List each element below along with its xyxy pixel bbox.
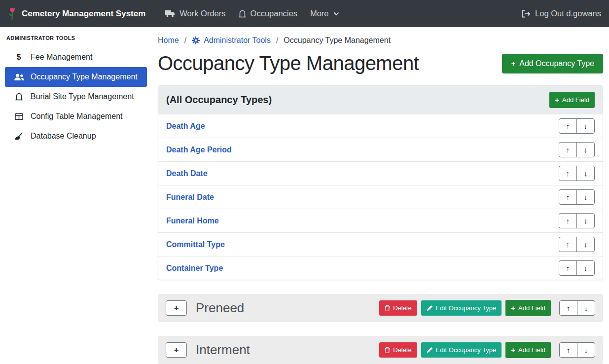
section-preneed: + Preneed Delete Edit Occupancy Type	[158, 294, 603, 322]
nav-work-orders-label: Work Orders	[179, 9, 225, 18]
section-actions: Delete Edit Occupancy Type + Add Field ↑…	[379, 300, 595, 316]
field-link[interactable]: Death Age	[166, 122, 205, 131]
pencil-icon	[427, 347, 433, 353]
add-field-label: Add Field	[562, 97, 589, 103]
page-title: Occupancy Type Management	[158, 52, 419, 74]
move-up-button[interactable]: ↑	[559, 189, 577, 205]
move-down-button[interactable]: ↓	[577, 342, 595, 358]
move-up-button[interactable]: ↑	[559, 166, 577, 181]
field-row: Funeral Date ↑ ↓	[158, 185, 603, 209]
edit-occupancy-type-button[interactable]: Edit Occupancy Type	[421, 300, 502, 316]
plus-icon: +	[511, 346, 515, 354]
breadcrumb-admin-tools[interactable]: Administrator Tools	[192, 36, 271, 45]
card-header: (All Occupancy Types) + Add Field	[158, 86, 603, 114]
move-down-button[interactable]: ↓	[576, 213, 595, 228]
nav-more-label: More	[310, 9, 329, 18]
reorder-group: ↑ ↓	[559, 189, 595, 205]
field-link[interactable]: Container Type	[166, 264, 223, 273]
truck-icon	[165, 10, 175, 17]
logout-icon	[521, 10, 531, 18]
tombstone-icon	[239, 10, 246, 18]
table-icon	[13, 113, 24, 120]
navbar-right: Log Out d.gowans	[521, 9, 601, 18]
breadcrumb-home[interactable]: Home	[158, 36, 179, 45]
reorder-group: ↑ ↓	[559, 342, 595, 358]
trash-icon	[385, 305, 390, 311]
add-field-button[interactable]: + Add Field	[549, 92, 595, 108]
nav-occupancies-label: Occupancies	[251, 9, 297, 18]
breadcrumb-current: Occupancy Type Management	[284, 36, 391, 45]
move-down-button[interactable]: ↓	[576, 189, 595, 205]
logout-button[interactable]: Log Out d.gowans	[521, 9, 601, 18]
brand[interactable]: Cemetery Management System	[8, 7, 145, 20]
breadcrumb-separator: /	[184, 36, 186, 45]
expand-button[interactable]: +	[166, 342, 187, 358]
move-up-button[interactable]: ↑	[559, 142, 577, 157]
move-up-button[interactable]: ↑	[559, 118, 577, 134]
reorder-group: ↑ ↓	[559, 260, 595, 276]
chevron-down-icon	[333, 12, 339, 16]
add-field-button[interactable]: + Add Field	[505, 300, 551, 316]
sidebar-item-database-cleanup[interactable]: Database Cleanup	[0, 126, 152, 146]
sidebar-item-config-table-management[interactable]: Config Table Management	[0, 107, 152, 126]
delete-label: Delete	[393, 347, 412, 353]
sidebar-heading: Administrator Tools	[0, 30, 152, 47]
edit-occupancy-type-label: Edit Occupancy Type	[436, 347, 497, 353]
breadcrumb: Home / Administrator Tools / Occupancy T…	[158, 33, 603, 46]
move-down-button[interactable]: ↓	[576, 237, 595, 252]
flower-icon	[8, 7, 17, 20]
move-down-button[interactable]: ↓	[577, 300, 595, 316]
move-down-button[interactable]: ↓	[576, 260, 595, 276]
card-title: (All Occupancy Types)	[166, 94, 272, 106]
field-row: Funeral Home ↑ ↓	[158, 209, 603, 232]
add-occupancy-type-button[interactable]: + Add Occupancy Type	[502, 54, 603, 73]
move-down-button[interactable]: ↓	[576, 166, 595, 181]
move-up-button[interactable]: ↑	[559, 237, 577, 252]
users-icon	[13, 73, 24, 81]
add-field-button[interactable]: + Add Field	[505, 342, 551, 358]
dollar-icon: $	[13, 53, 24, 62]
sidebar-item-label: Config Table Management	[31, 112, 123, 121]
brand-label: Cemetery Management System	[22, 9, 145, 19]
nav-occupancies[interactable]: Occupancies	[239, 9, 297, 18]
field-link[interactable]: Committal Type	[166, 240, 225, 249]
move-up-button[interactable]: ↑	[559, 300, 577, 316]
top-navbar: Cemetery Management System Work Orders O…	[0, 0, 609, 27]
edit-occupancy-type-button[interactable]: Edit Occupancy Type	[421, 342, 502, 358]
move-up-button[interactable]: ↑	[559, 342, 577, 358]
move-down-button[interactable]: ↓	[576, 118, 595, 134]
move-up-button[interactable]: ↑	[559, 260, 577, 276]
field-link[interactable]: Death Age Period	[166, 146, 232, 154]
trash-icon	[385, 347, 390, 353]
field-link[interactable]: Death Date	[166, 169, 208, 178]
gear-icon	[192, 36, 200, 44]
section-interment: + Interment Delete Edit Occupancy Type	[158, 336, 603, 364]
breadcrumb-admin-tools-label: Administrator Tools	[204, 36, 271, 45]
delete-button[interactable]: Delete	[379, 342, 417, 358]
field-row: Committal Type ↑ ↓	[158, 232, 603, 256]
sidebar-item-occupancy-type-management[interactable]: Occupancy Type Management	[5, 67, 147, 87]
move-down-button[interactable]: ↓	[576, 142, 595, 157]
title-row: Occupancy Type Management + Add Occupanc…	[158, 52, 603, 74]
delete-button[interactable]: Delete	[379, 300, 417, 316]
add-occupancy-type-label: Add Occupancy Type	[519, 60, 594, 68]
sidebar-item-label: Occupancy Type Management	[31, 73, 138, 81]
edit-occupancy-type-label: Edit Occupancy Type	[436, 305, 497, 311]
field-link[interactable]: Funeral Date	[166, 193, 214, 202]
move-up-button[interactable]: ↑	[559, 213, 577, 228]
nav-more[interactable]: More	[310, 9, 339, 18]
nav-work-orders[interactable]: Work Orders	[165, 9, 225, 18]
sidebar-item-fee-management[interactable]: $ Fee Management	[0, 47, 152, 67]
sidebar-item-label: Fee Management	[31, 53, 92, 62]
add-field-label: Add Field	[518, 305, 545, 311]
section-actions: Delete Edit Occupancy Type + Add Field ↑…	[379, 342, 595, 358]
all-occupancy-types-card: (All Occupancy Types) + Add Field Death …	[158, 85, 603, 280]
section-title: Preneed	[196, 300, 244, 316]
sidebar: Administrator Tools $ Fee Management Occ…	[0, 27, 152, 364]
reorder-group: ↑ ↓	[559, 166, 595, 181]
sidebar-item-burial-site-type-management[interactable]: Burial Site Type Management	[0, 87, 152, 107]
expand-button[interactable]: +	[166, 300, 187, 316]
plus-icon: +	[511, 304, 515, 312]
field-link[interactable]: Funeral Home	[166, 217, 219, 225]
plus-icon: +	[555, 96, 559, 104]
